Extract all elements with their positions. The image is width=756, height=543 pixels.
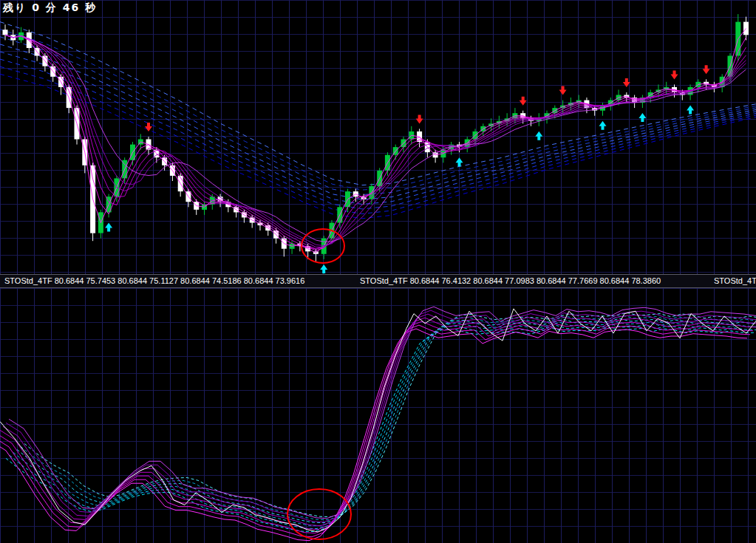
price-chart-canvas: [0, 0, 756, 274]
indicator-header-bar[interactable]: STOStd_4TF 80.6844 75.7453 80.6844 75.11…: [0, 274, 756, 288]
down-arrow-icon: [559, 86, 567, 95]
countdown-timer: 残り 0 分 46 秒: [3, 1, 97, 15]
price-chart-panel[interactable]: 残り 0 分 46 秒: [0, 0, 756, 274]
up-arrow-icon: [105, 222, 112, 231]
indicator-values-3: STOStd_4T: [714, 276, 756, 285]
indicator-values-1: STOStd_4TF 80.6844 75.7453 80.6844 75.11…: [4, 276, 304, 285]
down-arrow-icon: [520, 97, 527, 106]
indicator-values-2: STOStd_4TF 80.6844 76.4132 80.6844 77.09…: [360, 276, 661, 285]
up-arrow-icon: [320, 264, 327, 273]
up-arrow-icon: [687, 106, 694, 115]
up-arrow-icon: [599, 121, 607, 130]
up-arrow-icon: [535, 132, 542, 140]
down-arrow-icon: [416, 115, 423, 123]
stochastic-panel[interactable]: [0, 288, 756, 543]
up-arrow-icon: [456, 157, 463, 166]
fast-stoch-ribbon-layer: [0, 307, 756, 541]
up-arrow-icon: [638, 113, 646, 122]
stochastic-canvas: [0, 288, 756, 543]
slow-stoch-ribbon-layer: [6, 313, 756, 531]
down-arrow-icon: [671, 70, 678, 79]
down-arrow-icon: [623, 78, 630, 87]
down-arrow-icon: [145, 123, 152, 132]
down-arrow-icon: [703, 65, 710, 74]
trading-chart-window: 残り 0 分 46 秒 STOStd_4TF 80.6844 75.7453 8…: [0, 0, 756, 543]
